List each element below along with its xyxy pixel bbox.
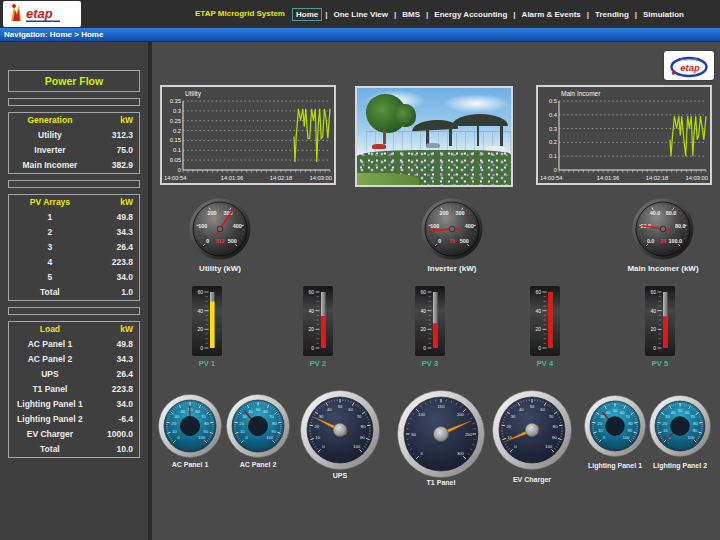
menu-separator: |	[394, 10, 396, 19]
svg-text:20: 20	[197, 326, 203, 332]
table-row: AC Panel 234.3	[9, 352, 139, 367]
row-value: 49.8	[91, 337, 133, 352]
photo-tree-trunk	[383, 127, 386, 144]
power-flow-title: Power Flow	[8, 70, 140, 92]
svg-text:0.35: 0.35	[170, 98, 181, 104]
menu-item-simulation[interactable]: Simulation	[640, 9, 687, 20]
section-header: Generation	[9, 113, 91, 128]
svg-text:80: 80	[204, 421, 209, 426]
table-row: 326.4	[9, 240, 139, 255]
row-value: 10.0	[91, 442, 133, 457]
menu-item-alarm-events[interactable]: Alarm & Events	[519, 9, 584, 20]
row-value: 382.9	[91, 158, 133, 173]
table-row: 4223.8	[9, 255, 139, 270]
svg-text:90: 90	[692, 428, 697, 433]
section-spacer	[8, 307, 140, 315]
svg-text:60: 60	[308, 289, 314, 295]
svg-text:14:00:54: 14:00:54	[164, 175, 187, 181]
table-row: UPS26.4	[9, 367, 139, 382]
svg-text:0: 0	[538, 345, 541, 351]
ev-charger-gauge: 0102030405060708090100	[492, 390, 572, 470]
svg-text:10: 10	[240, 429, 245, 434]
table-row: EV Charger1000.0	[9, 427, 139, 442]
menu-item-home[interactable]: Home	[292, 8, 322, 21]
svg-text:20: 20	[420, 326, 426, 332]
svg-text:90: 90	[552, 435, 557, 440]
svg-text:20: 20	[171, 421, 176, 426]
pv-meter-svg: 0204060	[192, 286, 222, 356]
etap-logo-svg: etap	[3, 1, 81, 27]
round-gauge-svg: 0102030405060708090100	[492, 390, 572, 470]
menu-item-one-line-view[interactable]: One Line View	[330, 9, 391, 20]
svg-text:0.05: 0.05	[170, 157, 181, 163]
row-label: Lighting Panel 2	[9, 412, 91, 427]
svg-text:80: 80	[553, 424, 558, 429]
svg-text:0.2: 0.2	[173, 128, 181, 134]
utility-gauge-label: Utility (kW)	[160, 264, 280, 273]
pv-meter-bar	[663, 316, 668, 348]
section-header: PV Arrays	[9, 195, 91, 210]
pv-2-label: PV 2	[288, 359, 348, 368]
svg-text:70: 70	[201, 414, 206, 419]
pv-meter-svg: 0204060	[415, 286, 445, 356]
svg-text:0.1: 0.1	[549, 153, 557, 159]
row-label: EV Charger	[9, 427, 91, 442]
powered-by-etap-badge: Powered Byetap	[664, 51, 714, 80]
utility-trend-chart: Utility00.050.10.150.20.250.30.3514:00:5…	[160, 85, 336, 185]
round-gauge-svg: 050100150200250300	[397, 390, 485, 478]
svg-text:500: 500	[460, 238, 469, 244]
photo-cloud	[442, 94, 511, 113]
svg-text:10: 10	[172, 429, 177, 434]
menu-item-bms[interactable]: BMS	[399, 9, 423, 20]
row-label: Total	[9, 442, 91, 457]
svg-text:30: 30	[511, 414, 516, 419]
main-incomer-gauge-label: Main Incomer (kW)	[603, 264, 720, 273]
row-value: 34.0	[91, 397, 133, 412]
row-value: 75.0	[91, 143, 133, 158]
svg-text:10: 10	[663, 428, 668, 433]
top-bar: etap ETAP Microgrid System Home|One Line…	[0, 0, 720, 28]
pv-meter-bar	[210, 302, 215, 348]
power-flow-panel: Power Flow GenerationkWUtility312.3Inver…	[0, 42, 148, 540]
svg-text:14:02:18: 14:02:18	[270, 175, 293, 181]
svg-text:100: 100	[430, 223, 439, 229]
lighting-panel-2-label: Lighting Panel 2	[640, 462, 720, 469]
section-load: LoadkWAC Panel 149.8AC Panel 234.3UPS26.…	[8, 321, 140, 458]
svg-text:100.0: 100.0	[669, 238, 683, 244]
svg-text:0.15: 0.15	[170, 137, 181, 143]
svg-text:40: 40	[650, 308, 656, 314]
svg-text:0.1: 0.1	[173, 147, 181, 153]
pv-4-meter: 0204060	[530, 286, 560, 356]
gauge-readout: 75	[449, 238, 455, 244]
svg-text:50: 50	[411, 432, 416, 437]
svg-text:60: 60	[195, 409, 200, 414]
row-label: 4	[9, 255, 91, 270]
section-unit: kW	[91, 322, 133, 337]
svg-text:20: 20	[650, 326, 656, 332]
row-label: 3	[9, 240, 91, 255]
power-flow-sections: GenerationkWUtility312.3Inverter75.0Main…	[8, 98, 140, 458]
svg-text:100: 100	[545, 444, 553, 449]
svg-text:200: 200	[457, 412, 465, 417]
menu-item-energy-accounting[interactable]: Energy Accounting	[431, 9, 510, 20]
svg-text:90: 90	[203, 429, 208, 434]
svg-text:40: 40	[519, 407, 524, 412]
table-row: Total1.0	[9, 285, 139, 300]
svg-text:14:01:36: 14:01:36	[221, 175, 244, 181]
svg-text:40: 40	[197, 308, 203, 314]
pv-meter-bar	[433, 323, 438, 348]
svg-text:Utility: Utility	[185, 90, 202, 98]
photo-canopy-post	[500, 125, 502, 146]
ups-gauge: 0102030405060708090100	[300, 390, 380, 470]
svg-text:30: 30	[319, 414, 324, 419]
row-label: UPS	[9, 367, 91, 382]
menu-item-trending[interactable]: Trending	[592, 9, 632, 20]
svg-text:500: 500	[228, 238, 237, 244]
svg-text:70: 70	[625, 414, 630, 419]
table-row: Total10.0	[9, 442, 139, 457]
ev-charger-label: EV Charger	[492, 476, 572, 483]
svg-text:0: 0	[206, 238, 209, 244]
photo-canopy-post	[477, 125, 479, 146]
logo-text: etap	[26, 6, 53, 21]
svg-text:40: 40	[308, 308, 314, 314]
